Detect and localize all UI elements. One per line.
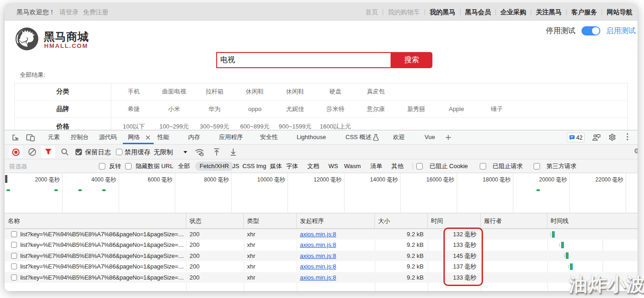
request-waterfall-cell[interactable] (547, 251, 638, 261)
row-checkbox[interactable] (11, 231, 17, 237)
invert-checkbox[interactable] (99, 163, 105, 169)
disable-cache-label[interactable]: 禁用缓存 (125, 145, 150, 159)
request-type-filter[interactable]: Wasm (344, 159, 361, 173)
devtools-tab[interactable]: 源代码 (99, 130, 117, 144)
disable-cache-checkbox[interactable] (116, 149, 122, 155)
login-link[interactable]: 请登录 (59, 8, 79, 17)
request-name-cell[interactable]: list?key=%E7%94%B5%E8%A7%86&pageNo=1&pag… (5, 240, 186, 250)
import-har-icon[interactable] (230, 148, 237, 156)
topbar-nav-item[interactable]: 关注黑马 (536, 8, 562, 17)
filter-option[interactable]: 锤子 (477, 105, 517, 113)
export-har-icon[interactable] (213, 148, 220, 156)
hide-data-urls-label[interactable]: 隐藏数据 URL (136, 159, 173, 173)
more-options-icon[interactable] (627, 133, 628, 141)
request-type-filter[interactable]: 字体 (286, 159, 298, 173)
devtools-tab[interactable]: 性能 (157, 130, 169, 144)
request-initiator-cell[interactable]: axios.min.js:8 (297, 229, 375, 240)
clear-log-icon[interactable] (28, 148, 36, 156)
request-type-filter[interactable]: JS (232, 159, 239, 173)
topbar-nav-item[interactable]: 黑马会员 (465, 8, 491, 17)
row-checkbox[interactable] (11, 263, 17, 269)
column-header[interactable]: 类型 (244, 213, 297, 228)
devtools-tab[interactable]: 安全性 (260, 130, 278, 144)
request-initiator-cell[interactable]: axios.min.js:8 (297, 272, 375, 283)
profiles-icon[interactable] (592, 133, 601, 141)
column-header[interactable]: 大小 (375, 213, 428, 228)
devtools-tab[interactable]: Vue (425, 130, 435, 144)
filter-option[interactable]: 希捷 (114, 105, 154, 113)
filter-option[interactable]: 莎米特 (315, 105, 356, 113)
request-row[interactable]: list?key=%E7%94%B5%E8%A7%86&pageNo=1&pag… (5, 272, 638, 283)
request-row[interactable]: list?key=%E7%94%B5%E8%A7%86&pageNo=1&pag… (5, 261, 638, 272)
overview-handle[interactable] (5, 175, 7, 183)
topbar-nav-item[interactable]: 我的黑马 (430, 8, 455, 17)
request-type-filter[interactable]: 文档 (307, 159, 319, 173)
device-toolbar-icon[interactable] (26, 134, 35, 141)
devtools-tab[interactable]: 内存 (188, 130, 200, 144)
request-row[interactable]: list?key=%E7%94%B5%E8%A7%86&pageNo=1&pag… (5, 229, 638, 240)
blocked-cookies-checkbox[interactable] (416, 163, 423, 169)
disable-test-label[interactable]: 停用测试 (546, 26, 575, 36)
invert-label[interactable]: 反转 (109, 159, 121, 173)
third-party-checkbox[interactable] (534, 163, 540, 169)
third-party-label[interactable]: 第三方请求 (546, 159, 576, 173)
topbar-nav-item[interactable]: 网站导航 (607, 8, 632, 17)
filter-option[interactable]: 曲面电视 (154, 88, 195, 96)
request-type-filter[interactable]: Fetch/XHR (195, 162, 234, 171)
enable-test-label[interactable]: 启用测试 (606, 26, 636, 36)
filter-option[interactable]: 真皮包 (356, 88, 396, 96)
network-conditions-icon[interactable] (195, 148, 205, 157)
request-name-cell[interactable]: list?key=%E7%94%B5%E8%A7%86&pageNo=1&pag… (5, 251, 186, 261)
hide-data-urls-checkbox[interactable] (125, 163, 132, 169)
request-type-filter[interactable]: 清单 (370, 159, 382, 173)
search-button[interactable]: 搜索 (391, 52, 432, 68)
hmall-logo-icon[interactable] (14, 26, 40, 52)
devtools-tab[interactable]: 网络 (128, 130, 140, 144)
request-waterfall-cell[interactable] (547, 240, 638, 250)
row-checkbox[interactable] (11, 242, 17, 248)
column-header[interactable]: 时间 (428, 213, 481, 228)
filter-option[interactable]: 华为 (194, 105, 235, 113)
filter-option[interactable]: 新秀丽 (396, 105, 437, 113)
topbar-nav-item[interactable]: 企业采购 (500, 8, 526, 17)
column-header[interactable]: 名称 (5, 213, 186, 228)
request-type-filter[interactable]: 其他 (391, 159, 403, 173)
issues-badge[interactable]: 42 (567, 133, 585, 142)
column-header[interactable]: 时间线 (547, 213, 638, 228)
request-waterfall-cell[interactable] (547, 229, 638, 240)
request-type-filter[interactable]: CSS (242, 159, 255, 173)
filter-option[interactable]: 手机 (114, 88, 154, 96)
request-initiator-cell[interactable]: axios.min.js:8 (297, 251, 375, 261)
search-network-icon[interactable] (61, 148, 69, 156)
register-link[interactable]: 免费注册 (83, 8, 109, 17)
filter-option[interactable]: 休闲鞋 (235, 88, 275, 96)
filter-option[interactable]: 拉杆箱 (194, 88, 235, 96)
column-header[interactable]: 发起程序 (297, 213, 375, 228)
devtools-tab[interactable]: Lighthouse (297, 130, 326, 144)
column-header[interactable]: 履行者 (481, 213, 547, 228)
devtools-tab[interactable]: 应用程序 (219, 130, 243, 144)
filter-option[interactable]: oppo (235, 105, 275, 112)
filter-option[interactable]: 小米 (154, 105, 195, 113)
preserve-log-checkbox[interactable] (75, 149, 82, 155)
devtools-tab[interactable]: 欢迎 (393, 130, 405, 144)
inspect-element-icon[interactable] (12, 134, 19, 141)
filter-option[interactable]: 硬盘 (315, 88, 356, 96)
request-initiator-cell[interactable]: axios.min.js:8 (297, 240, 375, 250)
filter-option[interactable]: Apple (437, 105, 477, 112)
clipped-settings-icon[interactable]: ⚙ (634, 147, 638, 155)
more-tabs-plus-icon[interactable] (445, 134, 451, 140)
devtools-tab[interactable]: 元素 (48, 130, 60, 144)
filter-option[interactable]: 尤妮佳 (275, 105, 316, 113)
close-network-tab-icon[interactable] (145, 135, 150, 140)
request-type-filter[interactable]: Img (256, 159, 266, 173)
topbar-nav-item[interactable]: 客户服务 (571, 8, 597, 17)
devtools-tab[interactable]: 控制台 (71, 130, 89, 144)
settings-gear-icon[interactable] (608, 133, 616, 141)
filter-option[interactable]: 休闲鞋 (275, 88, 316, 96)
request-row[interactable]: list?key=%E7%94%B5%E8%A7%86&pageNo=1&pag… (5, 240, 638, 250)
request-name-cell[interactable]: list?key=%E7%94%B5%E8%A7%86&pageNo=1&pag… (5, 272, 186, 283)
request-type-filter[interactable]: WS (328, 159, 338, 173)
preserve-log-label[interactable]: 保留日志 (85, 145, 111, 159)
request-name-cell[interactable]: list?key=%E7%94%B5%E8%A7%86&pageNo=1&pag… (5, 229, 186, 240)
